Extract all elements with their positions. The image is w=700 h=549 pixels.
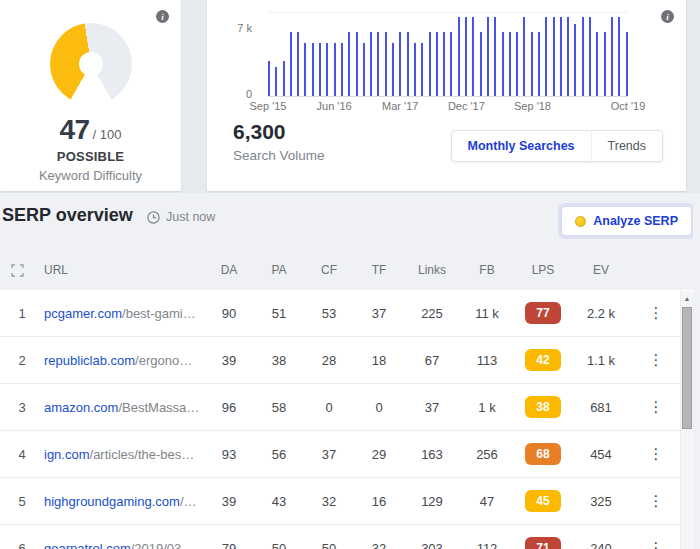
difficulty-rating: POSSIBLE: [0, 149, 181, 164]
volume-bar: [363, 43, 365, 96]
result-link[interactable]: amazon.com: [44, 400, 118, 415]
result-link[interactable]: pcgamer.com: [44, 306, 122, 321]
header-url[interactable]: URL: [44, 263, 204, 277]
y-axis-tick-bottom: 0: [207, 88, 252, 100]
row-menu-icon[interactable]: ⋮: [649, 445, 664, 462]
pa-cell: 50: [254, 541, 304, 549]
x-axis-tick: Oct '19: [611, 100, 646, 112]
result-link[interactable]: gearpatrol.com: [44, 541, 131, 549]
url-cell: pcgamer.com/best-gami…: [44, 306, 204, 321]
search-volume-card: i 7 k 0 Sep '15Jun '16Mar '17Dec '17Sep …: [207, 0, 686, 191]
result-link[interactable]: republiclab.com: [44, 353, 135, 368]
links-cell: 225: [404, 306, 460, 321]
volume-bar: [326, 43, 328, 96]
cf-cell: 50: [304, 541, 354, 549]
links-cell: 67: [404, 353, 460, 368]
pa-cell: 51: [254, 306, 304, 321]
url-path: /2019/03…: [131, 541, 195, 549]
volume-bar: [377, 32, 379, 96]
volume-bar: [443, 32, 445, 96]
pa-cell: 56: [254, 447, 304, 462]
volume-bar: [560, 17, 562, 96]
links-cell: 129: [404, 494, 460, 509]
volume-bar: [465, 17, 467, 96]
lps-badge: 71: [525, 537, 561, 549]
table-row[interactable]: 3 amazon.com/BestMassa… 96 58 0 0 37 1 k…: [0, 384, 700, 431]
row-menu-icon[interactable]: ⋮: [649, 492, 664, 509]
analyze-serp-button[interactable]: Analyze SERP: [561, 206, 692, 236]
volume-bar: [319, 43, 321, 96]
coin-icon: [575, 216, 586, 227]
header-fb[interactable]: FB: [460, 263, 514, 277]
header-da[interactable]: DA: [204, 263, 254, 277]
analyze-serp-label: Analyze SERP: [593, 214, 678, 228]
volume-bar: [370, 32, 372, 96]
scrollbar-up-arrow[interactable]: ▲: [681, 291, 693, 302]
volume-bar: [589, 17, 591, 96]
volume-bar: [356, 32, 358, 96]
rank-cell: 5: [0, 494, 44, 509]
url-path: /BestMassa…: [118, 400, 199, 415]
volume-bar: [494, 17, 496, 96]
ev-cell: 240: [572, 541, 630, 549]
header-cf[interactable]: CF: [304, 263, 354, 277]
x-axis-tick: Mar '17: [382, 100, 418, 112]
volume-bar-plot: [268, 12, 628, 97]
da-cell: 79: [204, 541, 254, 549]
links-cell: 37: [404, 400, 460, 415]
cf-cell: 32: [304, 494, 354, 509]
table-row[interactable]: 6 gearpatrol.com/2019/03… 79 50 50 32 30…: [0, 525, 700, 549]
header-pa[interactable]: PA: [254, 263, 304, 277]
volume-bar: [531, 32, 533, 96]
header-lps[interactable]: LPS: [514, 263, 572, 277]
tf-cell: 37: [354, 306, 404, 321]
volume-bar: [618, 17, 620, 96]
table-row[interactable]: 5 highgroundgaming.com/… 39 43 32 16 129…: [0, 478, 700, 525]
page-edge: [693, 193, 700, 549]
difficulty-label: Keyword Difficulty: [0, 168, 181, 183]
da-cell: 96: [204, 400, 254, 415]
fb-cell: 113: [460, 353, 514, 368]
url-cell: highgroundgaming.com/…: [44, 494, 204, 509]
volume-bar: [392, 43, 394, 96]
url-path: /best-gami…: [122, 306, 196, 321]
lps-cell: 38: [514, 396, 572, 418]
table-row[interactable]: 1 pcgamer.com/best-gami… 90 51 53 37 225…: [0, 290, 700, 337]
url-path: /ergono…: [135, 353, 192, 368]
row-menu-icon[interactable]: ⋮: [649, 304, 664, 321]
volume-bar: [604, 32, 606, 96]
da-cell: 39: [204, 494, 254, 509]
x-axis-tick: Sep '15: [250, 100, 287, 112]
links-cell: 163: [404, 447, 460, 462]
volume-bar: [516, 32, 518, 96]
result-link[interactable]: highgroundgaming.com: [44, 494, 180, 509]
expand-icon[interactable]: [11, 264, 24, 277]
table-scrollbar[interactable]: ▲: [680, 291, 693, 549]
volume-bar: [436, 32, 438, 96]
tab-trends[interactable]: Trends: [591, 131, 662, 161]
header-tf[interactable]: TF: [354, 263, 404, 277]
result-link[interactable]: ign.com: [44, 447, 90, 462]
lps-badge: 68: [525, 443, 561, 465]
lps-badge: 42: [525, 349, 561, 371]
table-header-row: URL DA PA CF TF Links FB LPS EV: [0, 250, 700, 290]
scrollbar-thumb[interactable]: [682, 307, 692, 429]
tf-cell: 32: [354, 541, 404, 549]
row-menu-icon[interactable]: ⋮: [649, 398, 664, 415]
last-updated-text: Just now: [166, 210, 215, 224]
table-row[interactable]: 4 ign.com/articles/the-bes… 93 56 37 29 …: [0, 431, 700, 478]
row-menu-icon[interactable]: ⋮: [649, 539, 664, 549]
info-icon[interactable]: i: [661, 10, 674, 23]
table-row[interactable]: 2 republiclab.com/ergono… 39 38 28 18 67…: [0, 337, 700, 384]
url-cell: gearpatrol.com/2019/03…: [44, 541, 204, 549]
ev-cell: 2.2 k: [572, 306, 630, 321]
header-links[interactable]: Links: [404, 263, 460, 277]
info-icon[interactable]: i: [156, 10, 169, 23]
header-ev[interactable]: EV: [572, 263, 630, 277]
rank-cell: 6: [0, 541, 44, 549]
tab-monthly-searches[interactable]: Monthly Searches: [452, 131, 591, 161]
da-cell: 90: [204, 306, 254, 321]
row-menu-icon[interactable]: ⋮: [649, 351, 664, 368]
cf-cell: 0: [304, 400, 354, 415]
lps-badge: 38: [525, 396, 561, 418]
